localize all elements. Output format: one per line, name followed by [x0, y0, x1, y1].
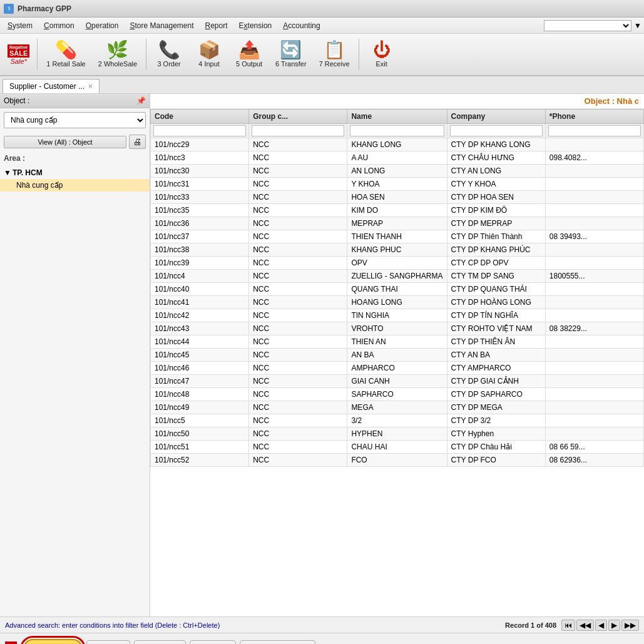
nav-prev-group-button[interactable]: ◀◀: [576, 620, 594, 631]
cell-name: GIAI CANH: [347, 375, 447, 388]
cell-group: NCC: [249, 401, 347, 414]
exit-button[interactable]: ⏻ Exit: [363, 39, 401, 70]
cell-company: CTY DP MEPRAP: [447, 217, 545, 230]
table-row[interactable]: 101/ncc3NCCA AUCTY CHÂU HƯNG098.4082...: [151, 151, 644, 165]
cell-code: 101/ncc50: [151, 427, 249, 441]
table-row[interactable]: 101/ncc35NCCKIM DOCTY DP KIM ĐÔ: [151, 204, 644, 217]
table-row[interactable]: 101/ncc5NCC3/2CTY DP 3/2: [151, 414, 644, 427]
tree-item-tp-hcm[interactable]: ▼ TP. HCM: [0, 166, 150, 179]
cell-company: CTY DP SAPHARCO: [447, 388, 545, 401]
menu-accounting[interactable]: Accounting: [278, 20, 325, 31]
sale-btn-label: Sale*: [11, 58, 27, 65]
view-all-button[interactable]: View (All) : Object: [4, 136, 126, 148]
negative-label: Negative: [9, 45, 28, 49]
cell-code: 101/ncc51: [151, 441, 249, 454]
cell-code: 101/ncc39: [151, 257, 249, 270]
add-button[interactable]: new Add: [23, 639, 83, 644]
object-label: Object :: [4, 96, 29, 105]
cell-phone: 08 66 59...: [545, 441, 643, 454]
table-row[interactable]: 101/ncc38NCCKHANG PHUCCTY DP KHANG PHÚC: [151, 243, 644, 257]
table-row[interactable]: 101/ncc29NCCKHANG LONGCTY DP KHANG LONG: [151, 138, 644, 151]
filter-group[interactable]: [252, 125, 344, 136]
col-header-company: Company: [447, 110, 545, 124]
table-row[interactable]: 101/ncc48NCCSAPHARCOCTY DP SAPHARCO: [151, 388, 644, 401]
table-row[interactable]: 101/ncc33NCCHOA SENCTY DP HOA SEN: [151, 191, 644, 204]
filter-name[interactable]: [350, 125, 444, 136]
retail-sale-button[interactable]: 💊 1 Retail Sale: [41, 39, 90, 70]
cell-code: 101/ncc52: [151, 454, 249, 467]
delete-button[interactable]: ❌ Delete: [134, 640, 187, 645]
menu-system[interactable]: System: [3, 20, 38, 31]
toolbar-separator-1: [37, 39, 38, 70]
menu-operation[interactable]: Operation: [81, 20, 124, 31]
filter-phone[interactable]: [548, 125, 641, 136]
filter-company[interactable]: [450, 125, 543, 136]
table-row[interactable]: 101/ncc31NCCY KHOACTY Y KHOA: [151, 178, 644, 191]
object-select[interactable]: Nhà cung cấp Khách hàng: [4, 112, 146, 128]
filter-code[interactable]: [153, 125, 246, 136]
table-row[interactable]: 101/ncc4NCCZUELLIG - SANGPHARMACTY TM DP…: [151, 270, 644, 283]
table-row[interactable]: 101/ncc50NCCHYPHENCTY Hyphen: [151, 427, 644, 441]
cell-company: CTY DP GIAI CẢNH: [447, 375, 545, 388]
cell-code: 101/ncc36: [151, 217, 249, 230]
cell-code: 101/ncc4: [151, 270, 249, 283]
cell-code: 101/ncc40: [151, 283, 249, 296]
table-row[interactable]: 101/ncc46NCCAMPHARCOCTY AMPHARCO: [151, 362, 644, 375]
table-row[interactable]: 101/ncc43NCCVROHTOCTY ROHTO VIỆT NAM08 3…: [151, 322, 644, 335]
wholesale-button[interactable]: 🌿 2 WholeSale: [93, 39, 142, 70]
table-row[interactable]: 101/ncc37NCCTHIEN THANHCTY DP Thiên Thàn…: [151, 230, 644, 243]
tree-item-nha-cung-cap[interactable]: Nhà cung cấp: [0, 179, 150, 192]
order-button[interactable]: 📞 3 Order: [150, 39, 188, 70]
supplier-customer-tab[interactable]: Supplier - Customer ... ×: [3, 79, 100, 93]
cell-group: NCC: [249, 257, 347, 270]
sale-button[interactable]: Negative SALE Sale*: [4, 42, 33, 68]
cell-group: NCC: [249, 335, 347, 349]
table-row[interactable]: 101/ncc36NCCMEPRAPCTY DP MEPRAP: [151, 217, 644, 230]
order-icon: 📞: [158, 41, 180, 59]
output-button[interactable]: 📤 5 Output: [230, 39, 268, 70]
nav-next-group-button[interactable]: ▶▶: [621, 620, 639, 631]
table-row[interactable]: 101/ncc39NCCOPVCTY CP DP OPV: [151, 257, 644, 270]
nav-next-button[interactable]: ▶: [608, 620, 620, 631]
barcode-button[interactable]: ▌▌▌▌▌ Barcode: [240, 640, 315, 645]
cell-group: NCC: [249, 454, 347, 467]
table-row[interactable]: 101/ncc30NCCAN LONGCTY AN LONG: [151, 165, 644, 178]
cell-name: THIEN AN: [347, 335, 447, 349]
cell-company: CTY TM DP SANG: [447, 270, 545, 283]
nav-first-button[interactable]: ⏮: [561, 620, 575, 631]
transfer-button[interactable]: 🔄 6 Transfer: [270, 39, 312, 70]
print-small-button[interactable]: 🖨: [129, 135, 146, 149]
wholesale-label: 2 WholeSale: [98, 60, 137, 68]
cell-group: NCC: [249, 270, 347, 283]
menu-dropdown-select[interactable]: [544, 20, 631, 31]
table-row[interactable]: 101/ncc52NCCFCOCTY DP FCO08 62936...: [151, 454, 644, 467]
pin-icon[interactable]: 📌: [136, 96, 146, 105]
menu-store-management[interactable]: Store Management: [125, 20, 198, 31]
tab-close-button[interactable]: ×: [88, 82, 93, 91]
cell-phone: [545, 362, 643, 375]
menu-common[interactable]: Common: [39, 20, 79, 31]
tab-label: Supplier - Customer ...: [9, 82, 84, 91]
print-button[interactable]: 🖨️ Print: [190, 640, 236, 645]
receive-button[interactable]: 📋 7 Receive: [314, 39, 355, 70]
app-icon: ⚕: [4, 4, 14, 14]
cell-name: HOANG LONG: [347, 296, 447, 309]
table-header-row: Code Group c... Name Company *Phone: [151, 110, 644, 124]
menu-extension[interactable]: Extension: [234, 20, 277, 31]
menu-report[interactable]: Report: [200, 20, 233, 31]
table-row[interactable]: 101/ncc49NCCMEGACTY DP MEGA: [151, 401, 644, 414]
table-row[interactable]: 101/ncc51NCCCHAU HAICTY DP Châu Hải08 66…: [151, 441, 644, 454]
table-row[interactable]: 101/ncc42NCCTIN NGHIACTY DP TÍN NGHĨA: [151, 309, 644, 322]
table-row[interactable]: 101/ncc40NCCQUANG THAICTY DP QUANG THÁI: [151, 283, 644, 296]
cell-company: CTY CHÂU HƯNG: [447, 151, 545, 165]
input-button[interactable]: 📦 4 Input: [190, 39, 228, 70]
object-dropdown-container: Nhà cung cấp Khách hàng: [4, 112, 146, 128]
table-row[interactable]: 101/ncc45NCCAN BACTY AN BA: [151, 349, 644, 362]
cell-phone: 098.4082...: [545, 151, 643, 165]
edit-button[interactable]: ✏️ Edit: [86, 640, 130, 645]
table-row[interactable]: 101/ncc47NCCGIAI CANHCTY DP GIAI CẢNH: [151, 375, 644, 388]
table-row[interactable]: 101/ncc44NCCTHIEN ANCTY DP THIÊN ÂN: [151, 335, 644, 349]
nav-prev-button[interactable]: ◀: [595, 620, 607, 631]
table-row[interactable]: 101/ncc41NCCHOANG LONGCTY DP HOÀNG LONG: [151, 296, 644, 309]
cell-company: CTY AN LONG: [447, 165, 545, 178]
